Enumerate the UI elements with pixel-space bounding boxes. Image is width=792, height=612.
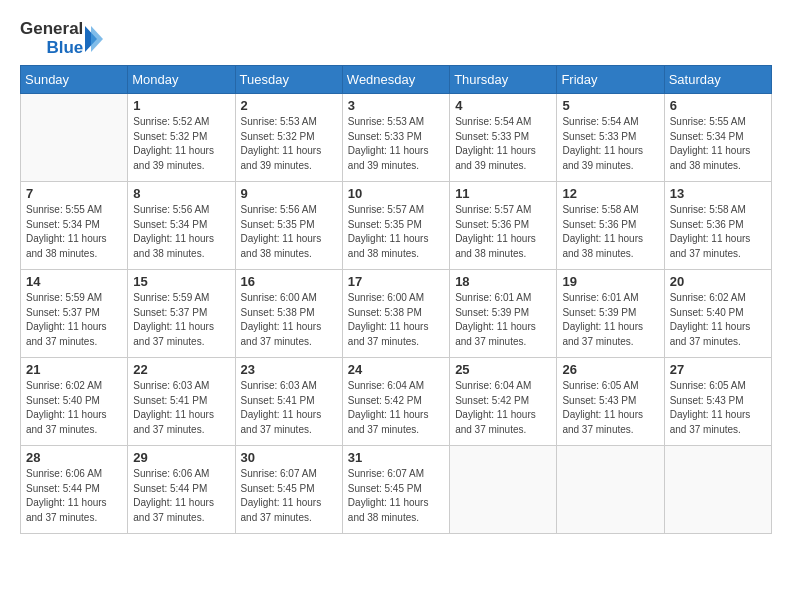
day-info: Sunrise: 5:58 AM Sunset: 5:36 PM Dayligh… — [670, 203, 766, 261]
logo: General Blue — [20, 20, 103, 57]
day-number: 5 — [562, 98, 658, 113]
day-of-week-header: Saturday — [664, 66, 771, 94]
calendar-day-cell — [664, 446, 771, 534]
day-of-week-header: Tuesday — [235, 66, 342, 94]
calendar-week-row: 14Sunrise: 5:59 AM Sunset: 5:37 PM Dayli… — [21, 270, 772, 358]
day-info: Sunrise: 6:03 AM Sunset: 5:41 PM Dayligh… — [241, 379, 337, 437]
day-info: Sunrise: 5:55 AM Sunset: 5:34 PM Dayligh… — [26, 203, 122, 261]
calendar-day-cell: 17Sunrise: 6:00 AM Sunset: 5:38 PM Dayli… — [342, 270, 449, 358]
day-of-week-header: Monday — [128, 66, 235, 94]
calendar-day-cell: 29Sunrise: 6:06 AM Sunset: 5:44 PM Dayli… — [128, 446, 235, 534]
day-number: 4 — [455, 98, 551, 113]
day-of-week-header: Wednesday — [342, 66, 449, 94]
page-header: General Blue — [20, 20, 772, 57]
day-info: Sunrise: 5:57 AM Sunset: 5:35 PM Dayligh… — [348, 203, 444, 261]
calendar-day-cell: 19Sunrise: 6:01 AM Sunset: 5:39 PM Dayli… — [557, 270, 664, 358]
day-info: Sunrise: 6:00 AM Sunset: 5:38 PM Dayligh… — [241, 291, 337, 349]
calendar-day-cell: 9Sunrise: 5:56 AM Sunset: 5:35 PM Daylig… — [235, 182, 342, 270]
day-number: 9 — [241, 186, 337, 201]
calendar-day-cell — [21, 94, 128, 182]
day-number: 12 — [562, 186, 658, 201]
day-number: 14 — [26, 274, 122, 289]
day-info: Sunrise: 6:01 AM Sunset: 5:39 PM Dayligh… — [455, 291, 551, 349]
day-number: 13 — [670, 186, 766, 201]
day-info: Sunrise: 5:53 AM Sunset: 5:33 PM Dayligh… — [348, 115, 444, 173]
day-info: Sunrise: 6:07 AM Sunset: 5:45 PM Dayligh… — [348, 467, 444, 525]
calendar-day-cell: 16Sunrise: 6:00 AM Sunset: 5:38 PM Dayli… — [235, 270, 342, 358]
day-info: Sunrise: 5:59 AM Sunset: 5:37 PM Dayligh… — [26, 291, 122, 349]
day-number: 7 — [26, 186, 122, 201]
day-info: Sunrise: 6:06 AM Sunset: 5:44 PM Dayligh… — [26, 467, 122, 525]
day-info: Sunrise: 5:57 AM Sunset: 5:36 PM Dayligh… — [455, 203, 551, 261]
day-number: 21 — [26, 362, 122, 377]
day-info: Sunrise: 5:55 AM Sunset: 5:34 PM Dayligh… — [670, 115, 766, 173]
calendar-day-cell: 11Sunrise: 5:57 AM Sunset: 5:36 PM Dayli… — [450, 182, 557, 270]
day-number: 19 — [562, 274, 658, 289]
day-number: 20 — [670, 274, 766, 289]
calendar-day-cell: 26Sunrise: 6:05 AM Sunset: 5:43 PM Dayli… — [557, 358, 664, 446]
day-info: Sunrise: 5:54 AM Sunset: 5:33 PM Dayligh… — [562, 115, 658, 173]
svg-marker-1 — [91, 26, 103, 52]
day-number: 11 — [455, 186, 551, 201]
day-info: Sunrise: 6:07 AM Sunset: 5:45 PM Dayligh… — [241, 467, 337, 525]
calendar-day-cell: 24Sunrise: 6:04 AM Sunset: 5:42 PM Dayli… — [342, 358, 449, 446]
day-number: 18 — [455, 274, 551, 289]
day-number: 10 — [348, 186, 444, 201]
calendar-day-cell: 22Sunrise: 6:03 AM Sunset: 5:41 PM Dayli… — [128, 358, 235, 446]
calendar-day-cell: 23Sunrise: 6:03 AM Sunset: 5:41 PM Dayli… — [235, 358, 342, 446]
calendar-day-cell: 10Sunrise: 5:57 AM Sunset: 5:35 PM Dayli… — [342, 182, 449, 270]
day-info: Sunrise: 5:56 AM Sunset: 5:35 PM Dayligh… — [241, 203, 337, 261]
calendar-week-row: 7Sunrise: 5:55 AM Sunset: 5:34 PM Daylig… — [21, 182, 772, 270]
calendar-day-cell: 28Sunrise: 6:06 AM Sunset: 5:44 PM Dayli… — [21, 446, 128, 534]
day-info: Sunrise: 6:02 AM Sunset: 5:40 PM Dayligh… — [26, 379, 122, 437]
day-info: Sunrise: 5:56 AM Sunset: 5:34 PM Dayligh… — [133, 203, 229, 261]
day-info: Sunrise: 5:52 AM Sunset: 5:32 PM Dayligh… — [133, 115, 229, 173]
day-info: Sunrise: 6:05 AM Sunset: 5:43 PM Dayligh… — [670, 379, 766, 437]
day-info: Sunrise: 6:04 AM Sunset: 5:42 PM Dayligh… — [455, 379, 551, 437]
calendar-week-row: 1Sunrise: 5:52 AM Sunset: 5:32 PM Daylig… — [21, 94, 772, 182]
day-number: 26 — [562, 362, 658, 377]
day-info: Sunrise: 5:54 AM Sunset: 5:33 PM Dayligh… — [455, 115, 551, 173]
day-info: Sunrise: 6:02 AM Sunset: 5:40 PM Dayligh… — [670, 291, 766, 349]
day-number: 29 — [133, 450, 229, 465]
day-info: Sunrise: 6:00 AM Sunset: 5:38 PM Dayligh… — [348, 291, 444, 349]
calendar-day-cell: 6Sunrise: 5:55 AM Sunset: 5:34 PM Daylig… — [664, 94, 771, 182]
day-number: 24 — [348, 362, 444, 377]
calendar-week-row: 28Sunrise: 6:06 AM Sunset: 5:44 PM Dayli… — [21, 446, 772, 534]
day-number: 8 — [133, 186, 229, 201]
day-number: 22 — [133, 362, 229, 377]
day-info: Sunrise: 5:53 AM Sunset: 5:32 PM Dayligh… — [241, 115, 337, 173]
day-info: Sunrise: 6:04 AM Sunset: 5:42 PM Dayligh… — [348, 379, 444, 437]
day-number: 23 — [241, 362, 337, 377]
day-number: 16 — [241, 274, 337, 289]
calendar-day-cell: 7Sunrise: 5:55 AM Sunset: 5:34 PM Daylig… — [21, 182, 128, 270]
logo-blue-text: Blue — [46, 39, 83, 58]
day-number: 27 — [670, 362, 766, 377]
calendar-day-cell — [450, 446, 557, 534]
calendar-day-cell: 27Sunrise: 6:05 AM Sunset: 5:43 PM Dayli… — [664, 358, 771, 446]
calendar-day-cell: 21Sunrise: 6:02 AM Sunset: 5:40 PM Dayli… — [21, 358, 128, 446]
day-number: 31 — [348, 450, 444, 465]
calendar-day-cell: 3Sunrise: 5:53 AM Sunset: 5:33 PM Daylig… — [342, 94, 449, 182]
day-of-week-header: Sunday — [21, 66, 128, 94]
calendar-day-cell: 15Sunrise: 5:59 AM Sunset: 5:37 PM Dayli… — [128, 270, 235, 358]
calendar-header-row: SundayMondayTuesdayWednesdayThursdayFrid… — [21, 66, 772, 94]
day-number: 30 — [241, 450, 337, 465]
calendar-day-cell: 25Sunrise: 6:04 AM Sunset: 5:42 PM Dayli… — [450, 358, 557, 446]
day-number: 2 — [241, 98, 337, 113]
calendar-day-cell — [557, 446, 664, 534]
day-info: Sunrise: 6:01 AM Sunset: 5:39 PM Dayligh… — [562, 291, 658, 349]
calendar-day-cell: 14Sunrise: 5:59 AM Sunset: 5:37 PM Dayli… — [21, 270, 128, 358]
day-info: Sunrise: 6:05 AM Sunset: 5:43 PM Dayligh… — [562, 379, 658, 437]
calendar-day-cell: 8Sunrise: 5:56 AM Sunset: 5:34 PM Daylig… — [128, 182, 235, 270]
calendar-week-row: 21Sunrise: 6:02 AM Sunset: 5:40 PM Dayli… — [21, 358, 772, 446]
day-number: 15 — [133, 274, 229, 289]
day-info: Sunrise: 5:59 AM Sunset: 5:37 PM Dayligh… — [133, 291, 229, 349]
day-number: 25 — [455, 362, 551, 377]
day-number: 3 — [348, 98, 444, 113]
day-of-week-header: Thursday — [450, 66, 557, 94]
calendar-day-cell: 2Sunrise: 5:53 AM Sunset: 5:32 PM Daylig… — [235, 94, 342, 182]
day-number: 1 — [133, 98, 229, 113]
calendar-day-cell: 12Sunrise: 5:58 AM Sunset: 5:36 PM Dayli… — [557, 182, 664, 270]
calendar-day-cell: 20Sunrise: 6:02 AM Sunset: 5:40 PM Dayli… — [664, 270, 771, 358]
